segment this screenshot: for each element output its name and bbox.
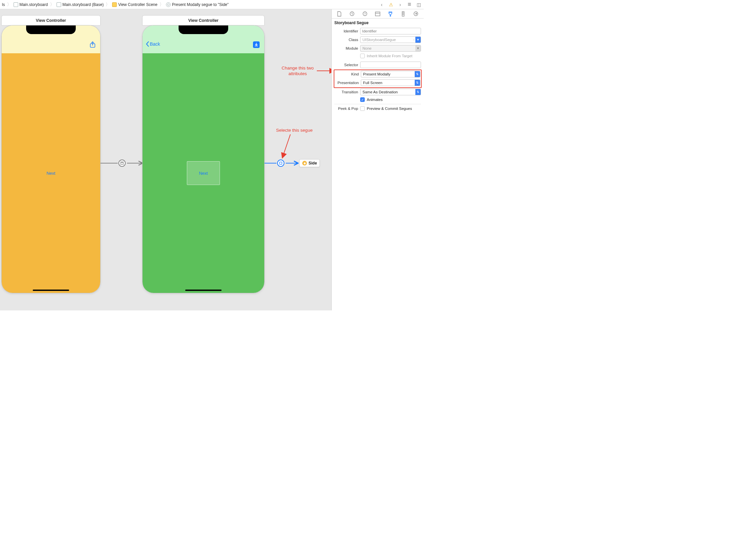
crumb-sep: 〉	[106, 2, 110, 8]
label-class: Class	[334, 38, 358, 42]
vc-title-bar[interactable]: View Controller	[142, 15, 265, 25]
crumb-sep: 〉	[7, 2, 12, 8]
storyboard-base-icon	[57, 2, 61, 7]
jump-bar-tools: ‹ ⚠︎ › ≡ ◫	[379, 2, 422, 8]
annotation-arrow-2	[280, 134, 294, 161]
button-label: Next	[199, 171, 208, 176]
back-label: Back	[150, 41, 160, 47]
button-label: Next	[47, 171, 56, 176]
storyboard-reference[interactable]: ◈ Side	[299, 159, 320, 167]
vc-title: View Controller	[36, 18, 66, 23]
crumb-label: ls	[2, 2, 5, 7]
annotation-select-segue: Selecte this segue	[271, 128, 317, 133]
back-button[interactable]: Back	[146, 41, 160, 47]
inherit-label: Inherit Module From Target	[367, 54, 413, 58]
issues-button[interactable]: ⚠︎	[388, 2, 394, 8]
selector-field[interactable]	[360, 62, 421, 68]
animates-checkbox[interactable]: ✓	[360, 97, 365, 102]
download-icon[interactable]	[253, 41, 260, 48]
storyboard-canvas[interactable]: View Controller Next	[0, 9, 332, 311]
scene-icon	[112, 2, 117, 7]
crumb-file[interactable]: Main.storyboard	[13, 2, 48, 7]
next-button[interactable]: Next	[47, 171, 56, 176]
preview-label: Preview & Commit Segues	[367, 107, 412, 111]
row-module: Module None ▼	[334, 45, 421, 52]
inherit-checkbox[interactable]	[360, 54, 365, 58]
clear-icon[interactable]: ◦	[414, 38, 415, 42]
select-caret-icon: ⇅	[415, 80, 420, 86]
inspector-panel: ? Storyboard Segue Identifier Class UISt…	[332, 9, 424, 311]
inspector-body: Identifier Class UIStoryboardSegue ◦ ▼ M…	[332, 26, 424, 114]
transition-select[interactable]: Same As Destination ⇅	[360, 89, 421, 95]
tab-file[interactable]	[336, 10, 343, 17]
tab-connections[interactable]	[413, 10, 420, 17]
segue-node-selected[interactable]	[277, 160, 285, 167]
select-value: Present Modally	[363, 72, 390, 76]
tab-help[interactable]: ?	[361, 10, 368, 17]
crumb-label: Main.storyboard (Base)	[63, 2, 104, 7]
label-transition: Transition	[334, 90, 358, 94]
tab-size[interactable]	[399, 10, 407, 17]
annotation-text: Selecte this segue	[276, 128, 313, 133]
svg-rect-4	[121, 163, 123, 163]
row-selector: Selector	[334, 62, 421, 68]
segue-icon	[166, 2, 171, 7]
label-selector: Selector	[334, 63, 358, 67]
vc2-main-view[interactable]: Next	[142, 53, 264, 293]
history-forward-button[interactable]: ›	[397, 2, 403, 8]
breadcrumb: ls 〉 Main.storyboard 〉 Main.storyboard (…	[2, 2, 379, 8]
presentation-select[interactable]: Full Screen ⇅	[361, 79, 420, 86]
main-split: View Controller Next	[0, 9, 424, 311]
storyboard-file-icon	[13, 2, 18, 7]
tab-history[interactable]	[349, 10, 356, 17]
device-body: Next	[2, 25, 100, 293]
toggle-panel-button[interactable]: ◫	[416, 2, 422, 8]
select-caret-icon: ▼	[416, 45, 421, 51]
vc-1[interactable]: View Controller Next	[1, 15, 101, 293]
crumb-segue[interactable]: Present Modally segue to "Side"	[166, 2, 229, 7]
select-caret-icon: ⇅	[415, 71, 420, 77]
svg-line-9	[282, 134, 290, 158]
class-select[interactable]: UIStoryboardSegue ◦ ▼	[360, 37, 421, 43]
container-view[interactable]: Next	[187, 161, 220, 185]
crumb-scene[interactable]: View Controller Scene	[112, 2, 158, 7]
module-select[interactable]: None ▼	[360, 45, 421, 52]
row-presentation: Presentation Full Screen ⇅	[335, 79, 420, 86]
svg-rect-13	[375, 12, 380, 16]
tab-identity[interactable]	[374, 10, 381, 17]
label-peek: Peek & Pop	[334, 107, 358, 111]
tab-attributes[interactable]	[387, 10, 394, 17]
panel-icon: ◫	[417, 2, 421, 7]
identifier-field[interactable]	[360, 28, 421, 35]
crumb-base[interactable]: Main.storyboard (Base)	[57, 2, 104, 7]
vc1-navbar-area	[2, 25, 100, 53]
select-value: UIStoryboardSegue	[363, 38, 396, 42]
home-indicator-icon	[185, 290, 222, 291]
segue-node-1[interactable]	[118, 160, 126, 167]
vc-title-bar[interactable]: View Controller	[1, 15, 101, 25]
label-kind: Kind	[335, 72, 359, 76]
label-presentation: Presentation	[335, 81, 359, 85]
crumb-label: View Controller Scene	[118, 2, 158, 7]
crumb-project[interactable]: ls	[2, 2, 5, 7]
chevron-left-icon	[146, 41, 149, 47]
inspector-tab-bar: ?	[332, 9, 424, 18]
label-module: Module	[334, 46, 358, 50]
notch-icon	[26, 25, 76, 34]
preview-checkbox[interactable]	[360, 106, 365, 111]
notch-icon	[179, 25, 228, 34]
select-value: None	[363, 46, 372, 50]
select-caret-icon: ▼	[416, 37, 421, 43]
adjust-editor-button[interactable]: ≡	[406, 2, 413, 8]
vc-2[interactable]: View Controller Back Next	[142, 15, 265, 293]
device-frame: Next	[1, 25, 101, 293]
reference-icon: ◈	[302, 161, 307, 165]
vc1-main-view[interactable]: Next	[2, 53, 100, 293]
jump-bar: ls 〉 Main.storyboard 〉 Main.storyboard (…	[0, 0, 424, 9]
label-identifier: Identifier	[334, 29, 358, 33]
select-value: Full Screen	[363, 81, 382, 85]
kind-select[interactable]: Present Modally ⇅	[361, 71, 420, 77]
select-value: Same As Destination	[363, 90, 398, 94]
history-back-button[interactable]: ‹	[379, 2, 385, 8]
share-icon[interactable]	[89, 41, 96, 48]
